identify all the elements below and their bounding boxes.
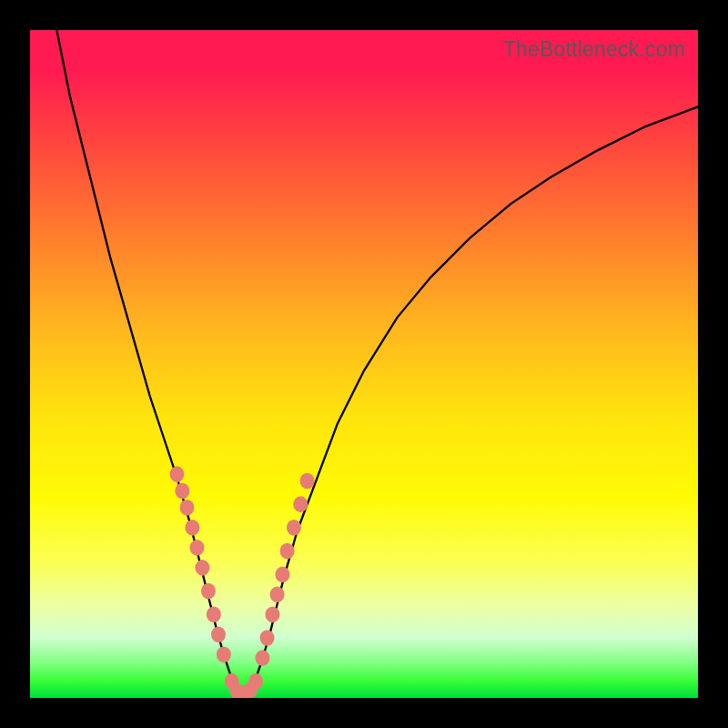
data-marker xyxy=(217,646,231,662)
data-marker xyxy=(185,520,199,536)
data-marker xyxy=(293,496,308,512)
chart-svg xyxy=(30,30,698,698)
data-marker xyxy=(175,483,189,500)
chart-frame: TheBottleneck.com xyxy=(0,0,728,728)
watermark-label: TheBottleneck.com xyxy=(503,37,685,62)
data-marker xyxy=(275,566,289,582)
data-marker xyxy=(248,673,263,690)
data-marker xyxy=(169,466,184,482)
data-marker xyxy=(300,473,315,490)
data-marker xyxy=(207,606,221,622)
data-marker xyxy=(195,560,209,576)
data-marker xyxy=(190,540,205,556)
data-marker xyxy=(287,520,301,536)
data-marker xyxy=(260,630,275,646)
data-marker xyxy=(201,583,216,600)
data-marker xyxy=(265,606,279,622)
curve-left-curve xyxy=(56,30,244,694)
chart-plot-area: TheBottleneck.com xyxy=(30,30,698,698)
data-marker xyxy=(280,543,295,560)
data-marker xyxy=(179,500,194,516)
curve-right-curve xyxy=(244,106,698,694)
data-marker xyxy=(270,586,285,602)
data-marker xyxy=(211,626,226,642)
data-marker xyxy=(255,650,269,666)
